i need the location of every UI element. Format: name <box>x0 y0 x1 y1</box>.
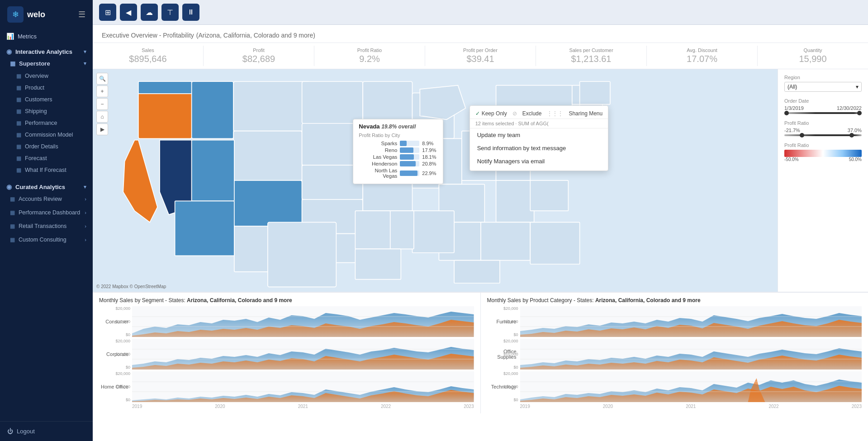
retail-label: Retail Transactions <box>19 223 66 229</box>
sidebar-item-curated-analytics[interactable]: ◉ Curated Analytics ▾ <box>0 179 93 192</box>
sidebar-item-shipping[interactable]: ▦ Shipping <box>0 105 93 117</box>
consulting-label: Custom Consulting <box>19 237 66 243</box>
nevada-popup: Nevada 19.8% overall Profit Ratio by Cit… <box>353 119 443 184</box>
map-home-button[interactable]: ⌂ <box>96 111 108 123</box>
city-row-las-vegas: Las Vegas 18.1% <box>359 154 437 160</box>
sidebar-item-superstore[interactable]: ▦ Superstore ▾ <box>0 57 93 70</box>
customers-label: Customers <box>25 96 52 103</box>
sidebar-item-custom-consulting[interactable]: ▦ Custom Consulting › <box>0 233 93 247</box>
x-label-2023: 2023 <box>464 404 474 409</box>
kpi-profit: Profit $82,689 <box>204 46 314 66</box>
sidebar-item-overview[interactable]: ▦ Overview <box>0 70 93 82</box>
curated-icon: ◉ <box>6 183 12 190</box>
state-idaho <box>192 81 234 138</box>
state-maine <box>580 81 610 104</box>
sharing-menu-button[interactable]: Sharing Menu <box>569 110 602 117</box>
nevada-popup-title: Nevada 19.8% overall <box>359 123 437 130</box>
sidebar-item-what-if-forecast[interactable]: ▦ What If Forecast <box>0 164 93 176</box>
sidebar-item-customers[interactable]: ▦ Customers <box>0 94 93 105</box>
retail-arrow: › <box>85 223 86 229</box>
toolbar-pause-button[interactable]: ⏸ <box>182 4 199 21</box>
city-bar-nlv <box>400 171 419 176</box>
sidebar-item-performance[interactable]: ▦ Performance <box>0 117 93 129</box>
toolbar-home-button[interactable]: ⊞ <box>99 4 116 21</box>
dashboard: Executive Overview - Profitability (Ariz… <box>93 25 868 441</box>
map-container[interactable]: 🔍 + − ⌂ ▶ Nevada 19.8% overall Profit Ra… <box>93 69 778 292</box>
kpi-profit-label: Profit <box>207 47 310 53</box>
filter-region-label: Region <box>784 75 862 80</box>
office-supplies-y-labels: $20,000 $10,000 $0 <box>497 339 518 370</box>
segment-x-axis: 2019 2020 2021 2022 2023 <box>99 404 474 409</box>
sidebar-item-performance-dashboard[interactable]: ▦ Performance Dashboard › <box>0 206 93 219</box>
x-label-cat-2019: 2019 <box>520 404 530 409</box>
filter-date-thumb-right[interactable] <box>857 111 862 115</box>
kpi-quantity-label: Quantity <box>761 47 864 53</box>
map-search-button[interactable]: 🔍 <box>96 73 108 85</box>
map-expand-button[interactable]: ▶ <box>96 123 108 135</box>
sidebar-item-commission-model[interactable]: ▦ Commission Model <box>0 129 93 141</box>
check-icon: ✓ <box>475 110 480 117</box>
filter-region-value: (All) <box>787 84 797 90</box>
filter-profit-thumb-right[interactable] <box>849 133 854 138</box>
toolbar-cloud-button[interactable]: ☁ <box>141 4 158 21</box>
city-val-nlv: 22.9% <box>422 171 437 176</box>
shipping-icon: ▦ <box>16 108 21 114</box>
filter-date-slider[interactable] <box>784 112 862 114</box>
filter-panel: Region (All) ▾ Order Date 1/3/2019 12/30… <box>778 69 868 292</box>
city-val-reno: 17.9% <box>422 147 437 153</box>
performance-icon: ▦ <box>16 120 21 126</box>
context-notify-managers[interactable]: Notify Managers via email <box>470 155 608 168</box>
map-copyright: © 2022 Mapbox © OpenStreetMap <box>96 284 166 289</box>
main-content: ⊞ ◀ ☁ ⊤ ⏸ Executive Overview - Profitabi… <box>93 0 868 441</box>
filter-profit-ratio-range: Profit Ratio -21.7% 37.0% <box>784 120 862 136</box>
state-oregon <box>138 93 192 138</box>
welo-logo-icon: ❄ <box>7 6 24 23</box>
context-send-text[interactable]: Send information by text message <box>470 142 608 155</box>
chart-segment-title: Monthly Sales by Segment - States: Arizo… <box>99 297 474 303</box>
x-label-cat-2020: 2020 <box>603 404 613 409</box>
map-zoom-in-button[interactable]: + <box>96 85 108 97</box>
toolbar-tag-button[interactable]: ⊤ <box>161 4 179 21</box>
forecast-label: Forecast <box>25 155 47 161</box>
map-zoom-out-button[interactable]: − <box>96 98 108 110</box>
filter-profit-slider[interactable] <box>784 134 862 136</box>
filter-profit-thumb-left[interactable] <box>800 133 804 138</box>
sidebar-item-product[interactable]: ▦ Product <box>0 82 93 94</box>
kpi-discount-value: 17.07% <box>650 54 754 64</box>
sidebar-item-interactive-analytics[interactable]: ◉ Interactive Analytics ▾ <box>0 43 93 57</box>
city-bar-las-vegas <box>400 154 419 160</box>
filter-date-thumb-left[interactable] <box>784 111 789 115</box>
order-details-label: Order Details <box>25 143 58 150</box>
chart-consumer-area: $20,000 $10,000 $0 <box>132 306 474 337</box>
logout-button[interactable]: ⏻ Logout <box>0 421 93 441</box>
sidebar-item-retail-transactions[interactable]: ▦ Retail Transactions › <box>0 219 93 233</box>
state-texas <box>268 222 336 287</box>
kpi-discount-label: Avg. Discount <box>650 47 754 53</box>
hamburger-menu-icon[interactable]: ☰ <box>78 9 85 19</box>
sidebar-item-accounts-review[interactable]: ▦ Accounts Review › <box>0 192 93 206</box>
exec-title-sub: (Arizona, California, Colorado and 9 mor… <box>196 32 315 39</box>
filter-profit-color-label: Profit Ratio <box>784 142 862 148</box>
context-selected-info: 12 items selected · SUM of AGG( <box>470 119 608 128</box>
welo-logo[interactable]: ❄ welo <box>7 6 45 23</box>
profit-ratio-max-label: 50.0% <box>849 157 862 162</box>
curated-arrow: ▾ <box>84 184 86 190</box>
interactive-analytics-icon: ◉ <box>6 48 12 55</box>
map-toolbar: 🔍 + − ⌂ ▶ <box>96 73 108 135</box>
exec-header: Executive Overview - Profitability (Ariz… <box>93 25 868 43</box>
x-label-cat-2022: 2022 <box>768 404 778 409</box>
sidebar-item-order-details[interactable]: ▦ Order Details <box>0 141 93 152</box>
commission-label: Commission Model <box>25 132 73 138</box>
performance-label: Performance <box>25 120 57 126</box>
exclude-button[interactable]: Exclude <box>522 110 542 117</box>
context-update-team[interactable]: Update my team <box>470 128 608 142</box>
sidebar-item-metrics[interactable]: 📊 Metrics <box>0 29 93 43</box>
accounts-review-icon: ▦ <box>10 196 15 202</box>
city-bar-henderson <box>400 161 419 166</box>
state-north-dakota <box>302 81 363 123</box>
x-label-2020: 2020 <box>215 404 225 409</box>
sidebar-item-forecast[interactable]: ▦ Forecast <box>0 152 93 164</box>
filter-region-select[interactable]: (All) ▾ <box>784 82 862 92</box>
keep-only-button[interactable]: ✓ Keep Only <box>475 110 507 117</box>
toolbar-back-button[interactable]: ◀ <box>120 4 137 21</box>
